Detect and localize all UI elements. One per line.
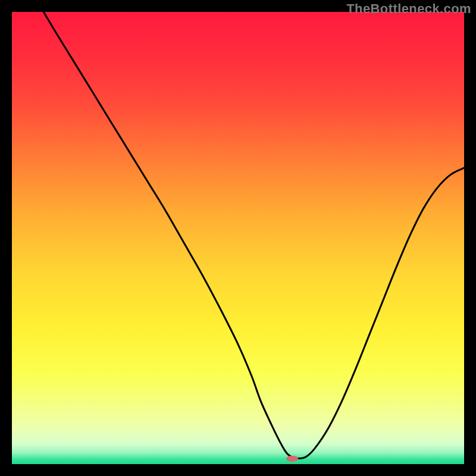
- bottleneck-chart: [12, 12, 464, 464]
- optimal-marker: [286, 456, 298, 462]
- chart-frame: TheBottleneck.com: [0, 0, 476, 476]
- watermark-label: TheBottleneck.com: [346, 1, 471, 17]
- gradient-background: [12, 12, 464, 464]
- plot-area: [12, 12, 464, 464]
